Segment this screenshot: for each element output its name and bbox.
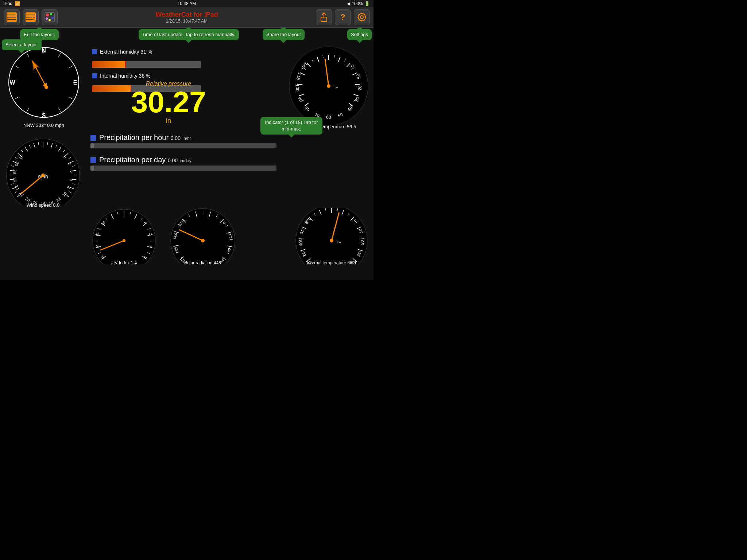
svg-text:°F: °F [333, 85, 338, 90]
svg-point-14 [51, 17, 54, 19]
precip-section: Precipitation per hour 0.00 in/hr Precip… [90, 133, 276, 171]
toolbar-left-buttons [4, 9, 58, 25]
svg-text:60: 60 [326, 115, 331, 120]
svg-point-215 [296, 208, 367, 264]
svg-rect-3 [7, 20, 16, 21]
svg-text:20: 20 [360, 240, 364, 245]
wifi-icon: 📶 [15, 1, 20, 6]
svg-point-147 [41, 174, 45, 177]
palette-button[interactable] [42, 9, 58, 25]
svg-point-94 [7, 139, 80, 205]
uv-gauge-svg[interactable]: 0 2 4 6 8 10 12 14 16 18 20 [90, 208, 158, 264]
svg-point-182 [123, 239, 125, 242]
status-bar: iPad 📶 10:48 AM ◀ 100% 🔋 [0, 0, 374, 7]
svg-rect-0 [7, 13, 16, 15]
compass-section: N E S W [4, 46, 84, 128]
precip-hour-bar [90, 143, 276, 148]
wind-gauge-svg[interactable]: 0 2 4 6 8 10 12 14 16 18 20 22 24 26 28 … [5, 135, 81, 205]
tooltip-refresh[interactable]: Time of last update. Tap to refresh manu… [139, 29, 239, 40]
battery-icon: 🔋 [364, 1, 370, 6]
int-humidity-row: Internal humidity 36 % [92, 73, 245, 79]
svg-point-16 [46, 18, 48, 20]
app-title: WeatherCat for iPad [155, 11, 218, 19]
int-humidity-indicator [92, 73, 97, 78]
share-button[interactable] [316, 9, 332, 25]
svg-text:100: 100 [295, 84, 300, 92]
solar-section: 0 200 400 600 800 1000 1200 1400 1600 18… [165, 208, 240, 265]
app-subtitle: 1/28/15, 10:47:47 AM [155, 19, 218, 24]
svg-point-214 [201, 239, 205, 242]
tooltip-indicator[interactable]: Indicator (1 of 18) Tap for min-max. [260, 117, 322, 135]
precip-hour-row: Precipitation per hour 0.00 in/hr [90, 133, 276, 142]
compass-label: NNW 332° 0.0 mph [4, 122, 84, 128]
help-button[interactable]: ? [335, 9, 351, 25]
precip-day-label: Precipitation per day 0.00 in/day [99, 156, 191, 164]
solar-gauge-svg[interactable]: 0 200 400 600 800 1000 1200 1400 1600 18… [166, 208, 239, 264]
compass-svg[interactable]: N E S W [7, 46, 80, 119]
int-humidity-label: Internal humidity 36 % [100, 73, 158, 79]
edit-button[interactable] [23, 9, 39, 25]
svg-point-183 [171, 209, 235, 264]
ext-humidity-row: External humidity 31 % [92, 49, 245, 55]
svg-point-93 [327, 84, 330, 88]
tooltip-select: Select a layout. [2, 39, 42, 50]
svg-point-256 [330, 239, 333, 242]
status-left: iPad 📶 [4, 1, 20, 6]
svg-rect-7 [26, 18, 35, 19]
ext-humidity-bar [92, 61, 201, 68]
status-right: ◀ 100% 🔋 [347, 1, 370, 6]
precip-hour-fill [90, 143, 94, 148]
settings-button[interactable] [354, 9, 370, 25]
pressure-section: Relative pressure 30.27 in [99, 81, 238, 125]
toolbar-right-buttons: ? [316, 9, 370, 25]
ext-humidity-fill [92, 61, 126, 68]
tooltip-settings[interactable]: Settings [347, 29, 372, 40]
ext-humidity-marker [125, 61, 126, 68]
precip-hour-indicator [90, 135, 96, 141]
status-time: 10:48 AM [178, 1, 196, 6]
svg-point-13 [50, 13, 52, 15]
svg-point-15 [49, 19, 51, 21]
svg-text:28: 28 [12, 169, 17, 174]
layouts-button[interactable] [4, 9, 20, 25]
svg-line-63 [355, 84, 360, 85]
int-temp-gauge-svg[interactable]: 0 10 20 30 40 50 60 70 80 90 100 110 120… [293, 208, 370, 264]
svg-rect-1 [7, 15, 16, 17]
ext-humidity-indicator [92, 49, 97, 54]
ext-humidity-label: External humidity 31 % [100, 49, 158, 55]
wind-section: 0 2 4 6 8 10 12 14 16 18 20 22 24 26 28 … [3, 135, 83, 208]
svg-text:100: 100 [298, 239, 303, 246]
pressure-unit: in [99, 117, 238, 125]
svg-text:20: 20 [357, 85, 363, 90]
main-content: Edit the layout. Select a layout. Time o… [0, 28, 374, 280]
battery-label: 100% [352, 1, 363, 6]
precip-day-indicator [90, 157, 96, 163]
toolbar-center: WeatherCat for iPad 1/28/15, 10:47:47 AM [155, 11, 218, 24]
precip-day-fill [90, 166, 94, 171]
ext-temp-gauge[interactable]: 0 10 20 30 40 50 60 70 80 90 100 110 120… [289, 46, 369, 126]
svg-rect-2 [7, 18, 16, 19]
help-icon: ? [340, 12, 345, 22]
svg-point-12 [46, 13, 49, 16]
toolbar: WeatherCat for iPad 1/28/15, 10:47:47 AM… [0, 7, 374, 28]
gps-icon: ◀ [347, 1, 350, 6]
int-temp-section: 0 10 20 30 40 50 60 70 80 90 100 110 120… [292, 208, 371, 265]
tooltip-share[interactable]: Share the layout [263, 29, 305, 40]
svg-rect-5 [26, 13, 35, 15]
carrier-label: iPad [4, 1, 12, 6]
uv-section: 0 2 4 6 8 10 12 14 16 18 20 UV Index 1.4 [90, 208, 158, 265]
precip-day-bar [90, 166, 276, 171]
svg-line-226 [359, 239, 364, 239]
svg-point-19 [360, 16, 363, 19]
svg-text:26: 26 [12, 177, 18, 182]
pressure-value: 30.27 [99, 87, 238, 117]
precip-hour-label: Precipitation per hour 0.00 in/hr [99, 133, 191, 142]
tooltip-edit: Edit the layout. [20, 29, 59, 40]
precip-day-row: Precipitation per day 0.00 in/day [90, 156, 276, 164]
svg-text:°F: °F [336, 240, 341, 245]
